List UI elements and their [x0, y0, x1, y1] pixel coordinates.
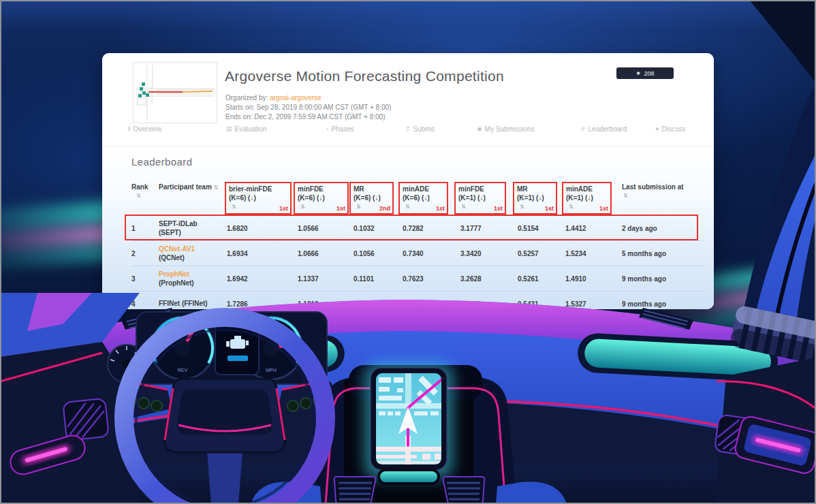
tab-label: Overview — [133, 125, 161, 133]
tab-submit[interactable]: ↥Submit — [405, 125, 435, 133]
rank-tag: 1st — [599, 205, 608, 212]
eye-icon: ◉ — [477, 126, 482, 132]
tab-label: Leaderboard — [589, 125, 627, 133]
annotation-box-metric-6: MR(K=1) (↓)⇅1st — [513, 182, 557, 215]
info-icon: ℹ — [128, 126, 130, 132]
sort-icon[interactable]: ⇅ — [214, 185, 219, 191]
table-row-3: 3 ProphNet(ProphNet) 1.6942 1.1337 0.110… — [131, 266, 704, 292]
metric-cell: 1.1213 — [298, 300, 354, 308]
metric-cell: 1.0666 — [298, 250, 354, 257]
leaderboard-icon: ⇗ — [580, 126, 586, 132]
annotation-box-metric-4: minADE(K=6) (↓)⇅1st — [398, 182, 448, 215]
metric-k: (K=1) (↓) — [517, 194, 553, 203]
column-label: Participant team — [159, 183, 212, 191]
team-cell: SEPT-iDLab(SEPT) — [159, 219, 227, 238]
tab-phases[interactable]: ♪Phases — [326, 125, 354, 133]
competition-thumbnail — [133, 62, 217, 123]
tab-evaluation[interactable]: ▤Evaluation — [226, 125, 266, 133]
last-submission-cell: 9 months ago — [622, 300, 704, 308]
organizer-link[interactable]: argoai-argoverse — [270, 94, 321, 101]
discuss-icon: ● — [655, 126, 659, 132]
sort-icon[interactable]: ⇅ — [520, 204, 524, 210]
metric-cell: 0.5431 — [518, 300, 565, 308]
sort-icon[interactable]: ⇅ — [623, 193, 704, 199]
table-body: 1 SEPT-iDLab(SEPT) 1.6820 1.0566 0.1032 … — [131, 216, 704, 309]
starts-on-line: Starts on: Sep 28, 2019 8:00:00 AM CST (… — [225, 104, 391, 111]
metric-cell: 0.7282 — [403, 225, 460, 232]
sort-icon[interactable]: ⇅ — [136, 193, 159, 199]
tab-overview[interactable]: ℹOverview — [128, 125, 161, 133]
team-sub: (ProphNet) — [159, 279, 227, 288]
metric-name: brier-minFDE — [229, 185, 287, 194]
metric-cell: 0.7623 — [403, 275, 460, 283]
metric-k: (K=6) (↓) — [403, 194, 444, 203]
metric-cell: 0.1056 — [354, 250, 403, 257]
sort-icon[interactable]: ⇅ — [405, 204, 410, 210]
metric-cell: 3.3420 — [460, 250, 518, 257]
metric-cell: 1.7286 — [227, 300, 298, 308]
rank-tag: 1st — [336, 205, 345, 212]
last-submission-cell: 9 months ago — [622, 275, 704, 283]
chart-bar-icon: ▤ — [226, 126, 232, 132]
upload-icon: ↥ — [405, 126, 411, 132]
metric-name: MR — [354, 185, 390, 194]
leaderboard-section: Leaderboard Rank⇅ Participant team ⇅ bri… — [102, 146, 714, 309]
tab-label: My Submissions — [485, 125, 535, 133]
metric-cell: 3.3611 — [460, 300, 518, 308]
tab-label: Evaluation — [235, 125, 267, 133]
column-header-brier-minfde-k6: brier-minFDE(K=6) (↓)⇅1st — [227, 178, 298, 216]
team-name: SEPT-iDLab — [159, 219, 227, 229]
metric-cell: 0.5154 — [518, 225, 565, 232]
rank-tag: 1st — [545, 205, 554, 212]
team-cell: ProphNet(ProphNet) — [159, 270, 227, 288]
tab-my-submissions[interactable]: ◉My Submissions — [477, 125, 535, 133]
last-submission-cell: 2 days ago — [622, 225, 704, 232]
metric-name: minFDE — [458, 185, 502, 194]
team-name-link[interactable]: ProphNet — [159, 270, 227, 279]
organized-by-line: Organized by: argoai-argoverse — [225, 94, 321, 101]
tab-leaderboard[interactable]: ⇗Leaderboard — [580, 125, 627, 133]
metric-cell: 0.7606 — [403, 300, 460, 308]
metric-cell: 1.5234 — [565, 250, 622, 257]
column-header-rank: Rank⇅ — [131, 178, 159, 216]
metric-cell: 0.5257 — [518, 250, 565, 257]
star-icon: ★ — [635, 71, 640, 76]
last-submission-cell: 5 months ago — [622, 250, 704, 257]
rank-cell: 2 — [131, 250, 159, 257]
competition-nav: ℹOverview ▤Evaluation ♪Phases ↥Submit ◉M… — [102, 121, 714, 142]
sort-icon[interactable]: ⇅ — [300, 204, 305, 210]
column-header-last-submission: Last submission at⇅ — [622, 178, 704, 216]
metric-k: (K=1) (↓) — [458, 194, 502, 203]
sort-icon[interactable]: ⇅ — [356, 204, 361, 210]
metric-cell: 1.1337 — [298, 275, 354, 283]
column-label: Last submission at — [622, 183, 684, 191]
team-cell: FFINet (FFINet) — [159, 299, 227, 309]
team-cell: QCNet-AV1(QCNet) — [159, 245, 227, 263]
annotation-box-metric-1: brier-minFDE(K=6) (↓)⇅1st — [225, 182, 292, 215]
sort-icon[interactable]: ⇅ — [232, 204, 236, 210]
screenshot-root: Argoverse Motion Forecasting Competition… — [0, 0, 816, 504]
column-header-minade-k6: minADE(K=6) (↓)⇅1st — [403, 178, 460, 216]
organized-by-label: Organized by: — [225, 94, 268, 101]
metric-k: (K=6) (↓) — [354, 194, 390, 203]
sort-icon[interactable]: ⇅ — [461, 204, 466, 210]
page-title: Argoverse Motion Forecasting Competition — [225, 68, 504, 84]
star-count: 208 — [644, 70, 655, 77]
table-row-2: 2 QCNet-AV1(QCNet) 1.6934 1.0666 0.1056 … — [131, 241, 704, 266]
metric-cell: 0.1032 — [354, 225, 403, 232]
annotation-box-metric-2: minFDE(K=6) (↓)⇅1st — [294, 182, 349, 215]
team-sub: (SEPT) — [159, 228, 227, 238]
annotation-box-metric-5: minFDE(K=1) (↓)⇅1st — [454, 182, 506, 215]
column-header-mr-k6: MR(K=6) (↓)⇅2nd — [354, 178, 403, 216]
tab-discuss[interactable]: ●Discuss — [655, 125, 685, 133]
sort-icon[interactable]: ⇅ — [569, 204, 574, 210]
metric-cell: 0.5261 — [518, 275, 565, 283]
team-name-link[interactable]: QCNet-AV1 — [159, 245, 227, 254]
star-count-badge[interactable]: ★ 208 — [616, 67, 674, 79]
metric-cell: 0.1124 — [354, 300, 403, 308]
trajectory-plot — [134, 63, 217, 123]
metric-cell: 1.4910 — [565, 275, 622, 283]
ends-on-line: Ends on: Dec 2, 2099 7:59:59 AM CST (GMT… — [225, 113, 385, 121]
team-sub: (QCNet) — [159, 253, 227, 263]
competition-header: Argoverse Motion Forecasting Competition… — [102, 53, 714, 146]
